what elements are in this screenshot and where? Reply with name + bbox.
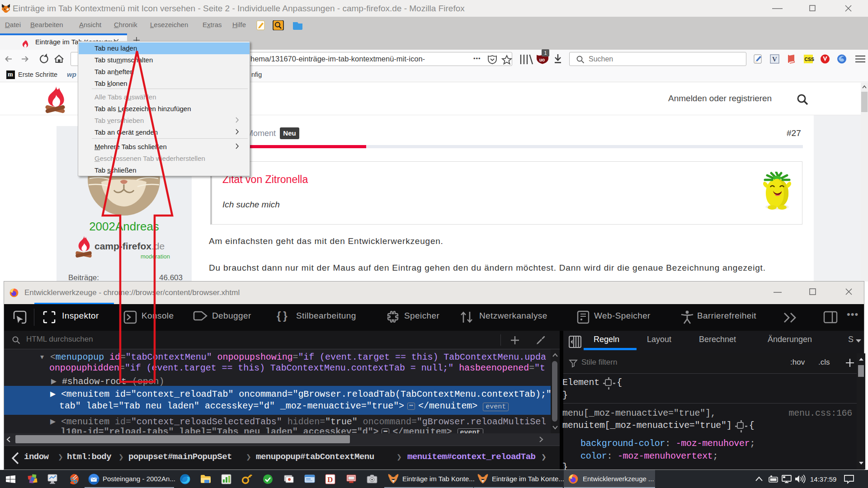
svg-text:D: D <box>327 475 333 484</box>
svg-text:uo: uo <box>539 57 545 62</box>
svg-text:V: V <box>772 56 777 63</box>
svg-text:CSS: CSS <box>805 56 815 62</box>
